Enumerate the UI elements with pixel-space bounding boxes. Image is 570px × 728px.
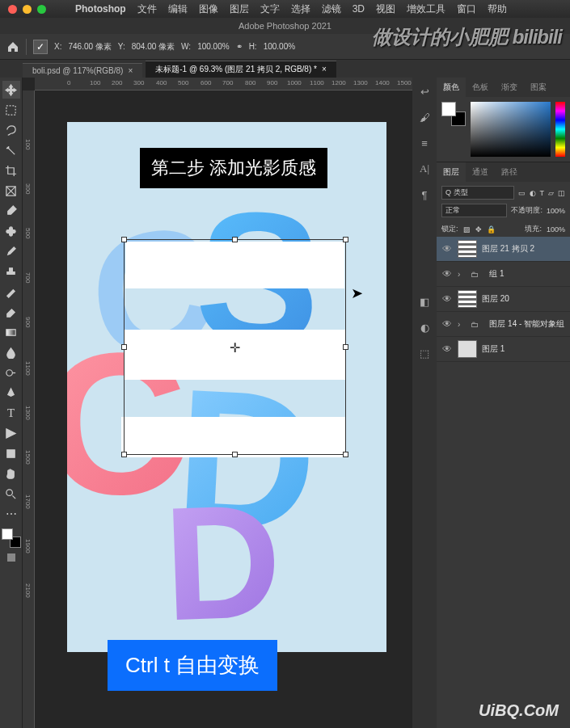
transform-handle-s[interactable] — [232, 452, 238, 457]
history-brush-tool[interactable] — [2, 283, 20, 301]
frame-tool[interactable] — [2, 182, 20, 200]
color-swatch[interactable] — [441, 102, 466, 126]
transform-center-icon[interactable]: ✛ — [230, 339, 240, 355]
document-canvas[interactable]: C S C D D 第二步 添加光影质感 ✛ — [67, 122, 386, 652]
y-value[interactable]: 804.00 像素 — [132, 41, 175, 53]
filter-adjust-icon[interactable]: ◐ — [530, 189, 536, 197]
menu-plugins[interactable]: 增效工具 — [407, 2, 445, 16]
gradient-tool[interactable] — [2, 323, 20, 341]
lasso-tool[interactable] — [2, 121, 20, 139]
layer-name[interactable]: 图层 21 拷贝 2 — [482, 243, 534, 255]
layer-row[interactable]: 👁 图层 1 — [437, 337, 570, 362]
layer-filter-select[interactable]: Q 类型 — [441, 186, 514, 200]
visibility-icon[interactable]: 👁 — [441, 268, 453, 280]
lock-all-icon[interactable]: 🔒 — [487, 225, 496, 234]
menu-select[interactable]: 选择 — [291, 2, 310, 16]
styles-icon[interactable]: ⬚ — [416, 344, 433, 362]
tab-boli[interactable]: boli.psd @ 117%(RGB/8)× — [23, 63, 142, 78]
lock-pixels-icon[interactable]: ▨ — [463, 225, 471, 234]
paragraph-icon[interactable]: ¶ — [416, 186, 433, 204]
visibility-icon[interactable]: 👁 — [441, 343, 453, 355]
close-icon[interactable]: × — [322, 65, 327, 74]
dodge-tool[interactable] — [2, 364, 20, 381]
properties-icon[interactable]: ≡ — [416, 134, 433, 152]
stamp-tool[interactable] — [2, 263, 20, 280]
layer-row[interactable]: 👁 图层 21 拷贝 2 — [437, 237, 570, 262]
layer-thumbnail[interactable] — [458, 240, 477, 258]
layer-row[interactable]: 👁 图层 20 — [437, 287, 570, 312]
libraries-icon[interactable]: ◧ — [416, 292, 433, 310]
menu-layer[interactable]: 图层 — [230, 2, 249, 16]
shape-tool[interactable] — [2, 444, 20, 462]
transform-handle-e[interactable] — [343, 344, 348, 350]
menu-image[interactable]: 图像 — [199, 2, 218, 16]
tab-patterns[interactable]: 图案 — [524, 78, 553, 97]
heal-tool[interactable] — [2, 222, 20, 240]
menu-view[interactable]: 视图 — [376, 2, 395, 16]
close-icon[interactable]: × — [128, 66, 133, 75]
free-transform-box[interactable]: ✛ ➤ — [124, 239, 346, 455]
opacity-value[interactable]: 100% — [547, 207, 565, 215]
quick-mask-toggle[interactable] — [7, 553, 15, 562]
layer-row[interactable]: 👁 › 🗀 组 1 — [437, 262, 570, 287]
move-tool[interactable] — [2, 81, 20, 99]
marquee-tool[interactable] — [2, 101, 20, 119]
transform-handle-nw[interactable] — [121, 237, 127, 242]
layer-thumbnail[interactable] — [458, 340, 477, 358]
wand-tool[interactable] — [2, 141, 20, 159]
visibility-icon[interactable]: 👁 — [441, 243, 453, 255]
filter-image-icon[interactable]: ▭ — [518, 189, 526, 197]
window-close-button[interactable] — [8, 5, 17, 14]
blur-tool[interactable] — [2, 343, 20, 361]
menu-file[interactable]: 文件 — [137, 2, 157, 16]
transform-handle-n[interactable] — [232, 237, 238, 242]
lock-position-icon[interactable]: ✥ — [475, 225, 482, 234]
home-icon[interactable] — [6, 40, 19, 53]
menu-type[interactable]: 文字 — [260, 2, 280, 16]
layer-name[interactable]: 图层 1 — [482, 343, 505, 355]
transform-handle-ne[interactable] — [343, 237, 348, 242]
tab-color[interactable]: 颜色 — [437, 78, 466, 97]
menu-edit[interactable]: 编辑 — [168, 2, 188, 16]
history-icon[interactable]: ↩ — [416, 82, 433, 100]
hand-tool[interactable] — [2, 465, 20, 482]
hue-slider[interactable] — [555, 102, 565, 157]
filter-type-icon[interactable]: T — [540, 189, 545, 197]
tab-channels[interactable]: 通道 — [466, 162, 495, 182]
visibility-icon[interactable]: 👁 — [441, 318, 453, 330]
character-icon[interactable]: A| — [416, 160, 433, 178]
filter-smart-icon[interactable]: ◫ — [558, 189, 565, 197]
crop-tool[interactable] — [2, 162, 20, 179]
window-minimize-button[interactable] — [23, 5, 32, 14]
type-tool[interactable]: T — [2, 404, 20, 422]
app-menu[interactable]: Photoshop — [75, 3, 126, 15]
layer-thumbnail[interactable] — [458, 290, 477, 308]
layer-row[interactable]: 👁 › 🗀 图层 14 - 智能对象组 — [437, 312, 570, 337]
tab-paths[interactable]: 路径 — [495, 162, 524, 182]
link-icon[interactable]: ⚭ — [236, 42, 243, 51]
blend-mode-select[interactable]: 正常 — [441, 204, 507, 217]
transform-handle-w[interactable] — [121, 344, 127, 350]
foreground-background-colors[interactable] — [2, 528, 21, 548]
visibility-icon[interactable]: 👁 — [441, 293, 453, 305]
fill-value[interactable]: 100% — [547, 225, 565, 234]
pen-tool[interactable] — [2, 384, 20, 402]
tab-swatches[interactable]: 色板 — [466, 78, 495, 97]
eyedropper-tool[interactable] — [2, 202, 20, 220]
tab-untitled[interactable]: 未标题-1 @ 69.3% (图层 21 拷贝 2, RGB/8) *× — [146, 61, 336, 78]
chevron-right-icon[interactable]: › — [458, 320, 460, 329]
tab-gradients[interactable]: 渐变 — [495, 78, 524, 97]
menu-window[interactable]: 窗口 — [457, 2, 476, 16]
brushes-icon[interactable]: 🖌 — [416, 108, 433, 126]
tab-layers[interactable]: 图层 — [437, 162, 466, 182]
zoom-tool[interactable] — [2, 485, 20, 503]
transform-handle-se[interactable] — [343, 452, 348, 457]
h-value[interactable]: 100.00% — [264, 42, 295, 51]
path-tool[interactable] — [2, 424, 20, 442]
menu-3d[interactable]: 3D — [353, 3, 365, 15]
transform-handle-sw[interactable] — [121, 452, 127, 457]
layer-name[interactable]: 图层 14 - 智能对象组 — [489, 318, 564, 330]
filter-shape-icon[interactable]: ▱ — [548, 189, 554, 197]
menu-help[interactable]: 帮助 — [488, 2, 507, 16]
color-picker[interactable] — [471, 102, 551, 157]
